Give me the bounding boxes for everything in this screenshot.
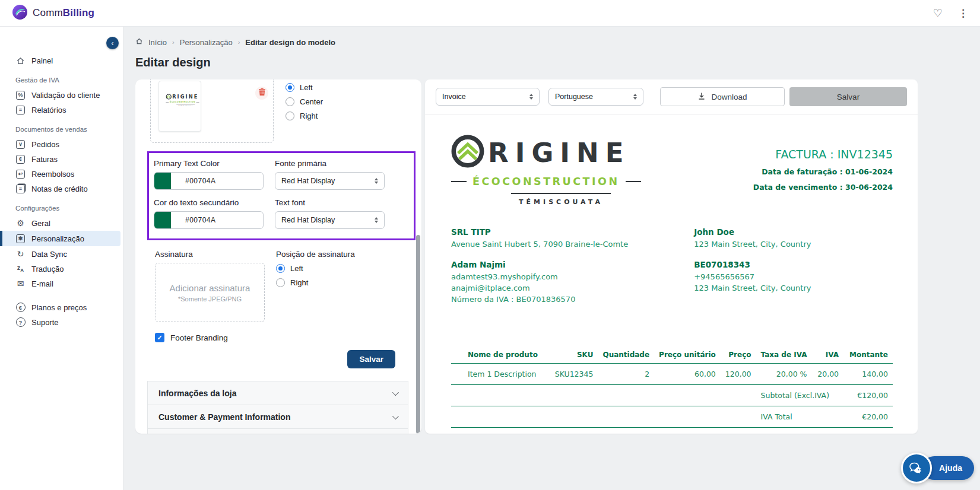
more-menu-icon[interactable]: ⋮ (958, 7, 968, 20)
logo-align-center-radio[interactable]: Center (286, 97, 323, 106)
sidebar-item-planos-precos[interactable]: € Planos e preços (0, 300, 123, 314)
logo-dash (626, 181, 641, 182)
app-logo[interactable]: CommBilling (12, 4, 94, 23)
favorite-icon[interactable]: ♡ (933, 7, 943, 20)
logo-divider-line (511, 193, 611, 194)
editor-save-button[interactable]: Salvar (347, 350, 395, 368)
signature-upload-box[interactable]: Adicionar assinatura *Somente JPEG/PNG (155, 263, 265, 322)
primary-color-swatch[interactable] (154, 172, 171, 190)
primary-font-select[interactable]: Red Hat Display (275, 172, 385, 190)
breadcrumb-home[interactable]: Início (148, 38, 167, 47)
footer-branding-checkbox[interactable]: ✓ (155, 333, 164, 342)
origine-o-icon (451, 135, 484, 170)
invoices-icon: € (15, 155, 26, 164)
download-button[interactable]: Download (660, 87, 785, 106)
text-font-label: Text font (275, 198, 414, 207)
delete-logo-button[interactable] (255, 87, 268, 100)
sidebar-item-pedidos[interactable]: ∨ Pedidos (0, 137, 123, 151)
invoice-date: Data de faturação : 01-06-2024 (753, 167, 893, 176)
highlighted-color-font-section: Primary Text Color #00704A Fonte primári… (147, 151, 416, 240)
accordion-customer-payment[interactable]: Customer & Payment Information (147, 405, 408, 429)
template-type-select[interactable]: Invoice (436, 88, 540, 106)
buyer-vat: BE07018343 (694, 260, 893, 269)
radio-icon (286, 112, 294, 120)
logo-align-left-radio[interactable]: Left (286, 83, 323, 92)
settings-gear-icon: ⚙ (15, 219, 26, 227)
logo-tagline: TÉMISCOUATA (451, 198, 671, 206)
radio-icon (286, 97, 294, 106)
seller-contact-name: Adam Najmi (451, 260, 694, 269)
preview-save-button[interactable]: Salvar (789, 87, 907, 106)
language-select[interactable]: Portuguese (548, 88, 643, 106)
sidebar-item-data-sync[interactable]: ↻ Data Sync (0, 247, 123, 261)
sidebar-item-email[interactable]: ✉ E-mail (0, 276, 123, 291)
sidebar-item-faturas[interactable]: € Faturas (0, 152, 123, 166)
signature-label: Assinatura (155, 250, 268, 259)
secondary-text-color-input[interactable]: #00704A (154, 211, 264, 229)
signature-left-radio[interactable]: Left (276, 264, 421, 273)
invoice-company-logo: RIGINE ÉCOCONSTRUCTION TÉMISCOUATA (451, 135, 671, 206)
sidebar-item-personalizacao[interactable]: ✱ Personalização (0, 231, 120, 246)
primary-text-color-label: Primary Text Color (154, 159, 267, 168)
editor-scrollbar-thumb[interactable] (416, 235, 420, 434)
text-font-select[interactable]: Red Hat Display (275, 211, 385, 229)
sidebar-item-geral[interactable]: ⚙ Geral (0, 216, 123, 230)
plans-pricing-icon: € (15, 303, 26, 312)
grand-total-row: Total (Incl. IVA) 140,00 (451, 428, 893, 434)
sync-icon: ↻ (15, 250, 26, 258)
breadcrumb-personalizacao[interactable]: Personalização (180, 38, 233, 47)
secondary-color-swatch[interactable] (154, 211, 171, 229)
email-icon: ✉ (15, 279, 26, 288)
buyer-phone: +94565656567 (694, 271, 893, 282)
accordion-product-table[interactable]: Product Table (147, 428, 408, 434)
col-vat-rate: Taxa de IVA (756, 347, 812, 364)
footer-branding-label: Footer Branding (170, 333, 228, 342)
col-quantity: Quantidade (598, 347, 654, 364)
logo-align-right-radio[interactable]: Right (286, 112, 323, 120)
sidebar-item-relatorios[interactable]: ≡ Relatórios (0, 103, 123, 117)
home-icon (15, 56, 26, 65)
buyer-name: John Doe (694, 227, 893, 237)
vat-total-row: IVA Total €20,00 (451, 406, 893, 428)
seller-company: SRL TITP (451, 227, 694, 237)
reports-icon: ≡ (15, 106, 26, 114)
sidebar-item-suporte[interactable]: ? Suporte (0, 315, 123, 329)
sidebar-item-reembolsos[interactable]: ↩ Reembolsos (0, 167, 123, 181)
refunds-icon: ↩ (15, 170, 26, 179)
chat-bubbles-icon[interactable] (901, 453, 932, 483)
translate-icon: zA (15, 264, 26, 273)
buyer-info: John Doe 123 Main Street, City, Country … (694, 227, 893, 315)
credit-notes-icon: ≡ (15, 184, 26, 193)
customization-icon: ✱ (15, 234, 26, 243)
sidebar-item-traducao[interactable]: zA Tradução (0, 262, 123, 276)
client-validation-icon: % (15, 91, 26, 100)
col-price: Preço (721, 347, 756, 364)
primary-text-color-input[interactable]: #00704A (154, 172, 264, 190)
sidebar-section-configuracoes: Configurações (0, 196, 123, 215)
chevron-down-icon (392, 389, 399, 395)
sidebar-item-painel[interactable]: Painel (0, 53, 123, 68)
chevron-down-icon (392, 412, 399, 419)
accordion-store-information[interactable]: Informações da loja (147, 381, 408, 405)
radio-icon (276, 278, 285, 287)
subtotal-row: Subtotal (Excl.IVA) €120,00 (451, 385, 893, 406)
breadcrumb: Início › Personalização › Editar design … (135, 37, 980, 47)
signature-right-radio[interactable]: Right (276, 278, 421, 287)
logo-upload-box[interactable]: RIGINE ÉCOCONSTRUCTION TÉMISCOUATA (150, 79, 274, 143)
breadcrumb-separator: › (172, 39, 175, 46)
invoice-line-items-table: Nome de produto SKU Quantidade Preço uni… (451, 347, 893, 434)
orders-icon: ∨ (15, 140, 26, 149)
invoice-document: RIGINE ÉCOCONSTRUCTION TÉMISCOUATA FACTU… (425, 114, 918, 434)
support-icon: ? (15, 317, 26, 327)
seller-address: Avenue Saint Hubert 5, 7090 Braine-le-Co… (451, 238, 694, 250)
sidebar-section-documentos-vendas: Documentos de vendas (0, 117, 123, 136)
sidebar-item-notas-credito[interactable]: ≡ Notas de crédito (0, 182, 123, 196)
help-widget: Ajuda (901, 453, 974, 483)
select-arrows-icon (375, 217, 378, 224)
sidebar-item-validacao-cliente[interactable]: % Validação do cliente (0, 88, 123, 102)
seller-vat: Número da IVA : BE0701836570 (451, 294, 694, 305)
uploaded-logo-thumbnail: RIGINE ÉCOCONSTRUCTION TÉMISCOUATA (158, 81, 201, 132)
seller-website: adamtest93.myshopify.com (451, 271, 694, 282)
sidebar: ‹ Painel Gestão de IVA % Validação do cl… (0, 27, 123, 490)
sidebar-collapse-button[interactable]: ‹ (106, 37, 119, 49)
